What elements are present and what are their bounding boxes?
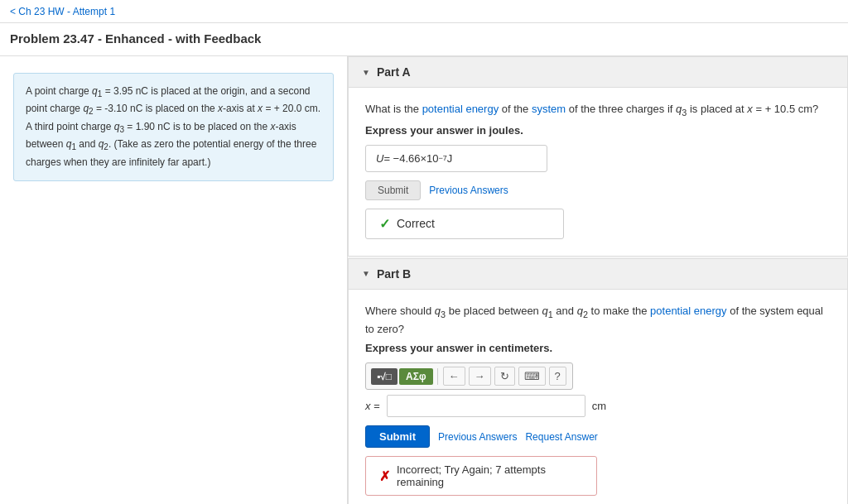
part-a-express-label: Express your answer in joules. — [365, 124, 831, 137]
part-b-chevron: ▼ — [362, 269, 370, 278]
incorrect-x-icon: ✗ — [379, 468, 390, 484]
toolbar-separator-1 — [437, 368, 438, 385]
part-b-input-row: x = cm — [365, 395, 831, 417]
part-a-header[interactable]: ▼ Part A — [349, 57, 847, 88]
part-a-btn-row: Submit Previous Answers — [365, 180, 831, 200]
part-b-title: Part B — [377, 267, 411, 281]
part-b-btn-row: Submit Previous Answers Request Answer — [365, 425, 831, 448]
part-b-previous-answers-link[interactable]: Previous Answers — [438, 431, 517, 443]
part-b-question: Where should q3 be placed between q1 and… — [365, 303, 831, 337]
problem-statement: A point charge q1 = 3.95 nC is placed at… — [13, 73, 334, 181]
redo-button[interactable]: → — [469, 367, 491, 386]
part-b-unit: cm — [592, 400, 606, 412]
reset-button[interactable]: ↻ — [494, 367, 515, 386]
correct-label: Correct — [397, 217, 435, 230]
part-b-submit-button[interactable]: Submit — [365, 425, 430, 448]
formula-button[interactable]: ▪√□ — [371, 368, 398, 385]
part-a-answer-display: U = −4.66×10−7 J — [365, 145, 547, 172]
part-a-title: Part A — [377, 65, 411, 79]
part-b-express-label: Express your answer in centimeters. — [365, 342, 831, 354]
breadcrumb-link[interactable]: < Ch 23 HW - Attempt 1 — [10, 6, 115, 17]
part-a-section: ▼ Part A What is the potential energy of… — [348, 56, 848, 257]
part-a-body: What is the potential energy of the syst… — [349, 88, 847, 256]
part-a-chevron: ▼ — [362, 68, 370, 77]
part-b-request-answer-link[interactable]: Request Answer — [525, 431, 597, 443]
math-toolbar: ▪√□ AΣφ ← → ↻ ⌨ ? — [365, 362, 573, 390]
part-b-incorrect-box: ✗ Incorrect; Try Again; 7 attempts remai… — [365, 456, 597, 496]
part-b-header[interactable]: ▼ Part B — [349, 259, 847, 290]
part-b-input-label: x = — [365, 400, 380, 412]
part-a-submit-button[interactable]: Submit — [365, 180, 421, 200]
part-a-previous-answers-link[interactable]: Previous Answers — [429, 185, 508, 196]
correct-checkmark: ✓ — [379, 216, 390, 232]
part-b-body: Where should q3 be placed between q1 and… — [349, 290, 847, 504]
help-button[interactable]: ? — [549, 367, 566, 386]
page-title: Problem 23.47 - Enhanced - with Feedback — [10, 31, 838, 46]
incorrect-label: Incorrect; Try Again; 7 attempts remaini… — [397, 463, 583, 488]
keyboard-button[interactable]: ⌨ — [518, 367, 546, 386]
part-b-answer-input[interactable] — [387, 395, 585, 417]
part-a-correct-box: ✓ Correct — [365, 209, 564, 239]
undo-button[interactable]: ← — [443, 367, 465, 386]
part-b-section: ▼ Part B Where should q3 be placed betwe… — [348, 258, 848, 504]
part-a-question: What is the potential energy of the syst… — [365, 101, 831, 119]
symbol-button[interactable]: AΣφ — [399, 368, 432, 385]
